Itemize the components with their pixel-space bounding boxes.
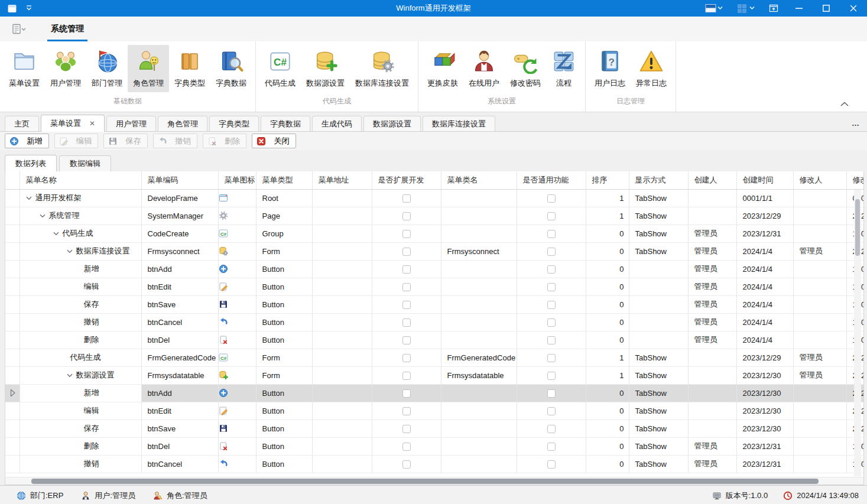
doc-tab-主页[interactable]: 主页 — [5, 116, 39, 131]
checkbox-extended-dev[interactable] — [402, 460, 411, 469]
pin-ribbon-icon[interactable] — [762, 0, 785, 17]
minimize-button[interactable] — [785, 0, 813, 17]
checkbox-common-function[interactable] — [547, 194, 556, 203]
checkbox-common-function[interactable] — [547, 372, 556, 380]
horizontal-scrollbar-thumb[interactable] — [31, 479, 819, 484]
doc-tab-字典数据[interactable]: 字典数据 — [261, 116, 310, 131]
checkbox-common-function[interactable] — [547, 336, 556, 344]
table-row[interactable]: 数据源设置FrmsysdatatableFormFrmsysdatatable1… — [5, 366, 863, 384]
checkbox-common-function[interactable] — [547, 407, 556, 415]
ribbon-tab-system-manage[interactable]: 系统管理 — [47, 17, 87, 41]
checkbox-extended-dev[interactable] — [402, 301, 411, 309]
ribbon-item-skin[interactable]: 更换皮肤 — [422, 45, 463, 92]
save-button[interactable]: 保存 — [103, 134, 148, 148]
checkbox-extended-dev[interactable] — [402, 265, 411, 274]
table-row[interactable]: 新增btnAddButton0管理员2024/1/4190 — [5, 260, 863, 278]
ribbon-item-password[interactable]: 修改密码 — [505, 45, 546, 92]
table-row[interactable]: 编辑btnEditButton0管理员2024/1/4190 — [5, 278, 863, 295]
tab-close-icon[interactable]: ✕ — [89, 120, 95, 127]
doc-tab-生成代码[interactable]: 生成代码 — [312, 116, 362, 131]
column-header-5[interactable]: 是否扩展开发 — [372, 171, 441, 189]
skin-selector-button[interactable] — [698, 0, 730, 17]
table-row[interactable]: 撤销btnCancelButton0TabShow管理员2023/12/3119… — [5, 455, 863, 473]
checkbox-common-function[interactable] — [547, 301, 556, 309]
checkbox-common-function[interactable] — [547, 443, 556, 451]
checkbox-common-function[interactable] — [547, 230, 556, 238]
checkbox-extended-dev[interactable] — [402, 318, 411, 327]
doc-tab-角色管理[interactable]: 角色管理 — [158, 116, 207, 131]
doc-tab-数据源设置[interactable]: 数据源设置 — [363, 116, 421, 131]
checkbox-extended-dev[interactable] — [402, 443, 411, 451]
expander-icon[interactable] — [67, 249, 73, 253]
checkbox-extended-dev[interactable] — [402, 425, 411, 433]
checkbox-common-function[interactable] — [547, 460, 556, 469]
undo-button[interactable]: 撤销 — [153, 134, 197, 148]
checkbox-common-function[interactable] — [547, 425, 556, 433]
ribbon-item-role-mask[interactable]: 角色管理 — [128, 45, 169, 92]
table-row[interactable]: 系统管理SystemManagerPage1TabShow2023/12/292… — [5, 207, 863, 225]
ribbon-item-books[interactable]: 字典类型 — [169, 45, 210, 92]
column-header-9[interactable]: 显示方式 — [629, 171, 688, 189]
ribbon-item-warning[interactable]: 异常日志 — [631, 45, 672, 92]
doc-tab-菜单设置[interactable]: 菜单设置✕ — [41, 115, 105, 132]
ribbon-item-db-gear[interactable]: 数据库连接设置 — [350, 45, 414, 92]
table-row[interactable]: 通用开发框架DevelopFrameRoot1TabShow0001/1/100… — [5, 189, 863, 207]
maximize-button[interactable] — [813, 0, 840, 17]
table-row[interactable]: 编辑btnEditButton0TabShow2023/12/30202 — [5, 402, 863, 420]
ribbon-item-csharp[interactable]: C#代码生成 — [259, 45, 301, 92]
view-tab-数据编辑[interactable]: 数据编辑 — [59, 155, 111, 171]
tab-overflow-button[interactable]: … — [852, 119, 860, 128]
ribbon-collapse-icon[interactable] — [840, 101, 849, 107]
del-button[interactable]: 删除 — [203, 134, 247, 148]
close-button[interactable]: 关闭 — [252, 134, 296, 148]
doc-tab-字典类型[interactable]: 字典类型 — [209, 116, 259, 131]
ribbon-item-book-search[interactable]: 字典数据 — [210, 45, 252, 92]
checkbox-common-function[interactable] — [547, 212, 556, 220]
checkbox-extended-dev[interactable] — [402, 354, 411, 362]
column-header-3[interactable]: 菜单类型 — [256, 171, 312, 189]
checkbox-common-function[interactable] — [547, 248, 556, 256]
checkbox-common-function[interactable] — [547, 283, 556, 291]
checkbox-extended-dev[interactable] — [402, 230, 411, 238]
edit-button[interactable]: 编辑 — [54, 134, 99, 148]
checkbox-extended-dev[interactable] — [402, 212, 411, 220]
column-header-6[interactable]: 菜单类名 — [441, 171, 517, 189]
column-header-7[interactable]: 是否通用功能 — [517, 171, 586, 189]
expander-icon[interactable] — [40, 214, 46, 218]
checkbox-extended-dev[interactable] — [402, 389, 411, 398]
checkbox-extended-dev[interactable] — [402, 194, 411, 203]
column-header-1[interactable]: 菜单编码 — [141, 171, 218, 189]
quick-access-dropdown-icon[interactable] — [25, 5, 33, 11]
checkbox-common-function[interactable] — [547, 318, 556, 327]
checkbox-extended-dev[interactable] — [402, 336, 411, 344]
doc-tab-用户管理[interactable]: 用户管理 — [106, 116, 156, 131]
table-row[interactable]: 代码生成FrmGeneratedCodeC#FormFrmGeneratedCo… — [5, 349, 863, 366]
vertical-scrollbar[interactable] — [854, 190, 861, 476]
doc-tab-数据库连接设置[interactable]: 数据库连接设置 — [423, 116, 495, 131]
ribbon-item-flow[interactable]: 流程 — [546, 45, 582, 92]
column-header-10[interactable]: 创建人 — [688, 171, 736, 189]
checkbox-common-function[interactable] — [547, 354, 556, 362]
ribbon-item-folder[interactable]: 菜单设置 — [4, 45, 45, 92]
table-row[interactable]: 数据库连接设置FrmsysconnectFormFrmsysconnect0Ta… — [5, 242, 863, 260]
checkbox-extended-dev[interactable] — [402, 407, 411, 415]
horizontal-scrollbar[interactable] — [5, 477, 863, 485]
view-tab-数据列表[interactable]: 数据列表 — [5, 155, 57, 172]
table-row[interactable]: 保存btnSaveButton0TabShow2023/12/30202 — [5, 420, 863, 437]
table-row[interactable]: 保存btnSaveButton0管理员2024/1/4190 — [5, 295, 863, 313]
checkbox-extended-dev[interactable] — [402, 283, 411, 291]
table-row[interactable]: 新增btnAddButton0TabShow2023/12/30202 — [5, 384, 863, 402]
vertical-scrollbar-thumb[interactable] — [855, 199, 860, 256]
expander-icon[interactable] — [67, 373, 73, 378]
checkbox-common-function[interactable] — [547, 265, 556, 274]
expander-icon[interactable] — [26, 196, 32, 200]
add-button[interactable]: 新增 — [5, 134, 49, 148]
checkbox-extended-dev[interactable] — [402, 248, 411, 256]
ribbon-item-globe-flag[interactable]: 部门管理 — [86, 45, 128, 92]
column-header-2[interactable]: 菜单图标 — [218, 171, 256, 189]
ribbon-item-online-user[interactable]: 在线用户 — [463, 45, 505, 92]
column-header-8[interactable]: 排序 — [586, 171, 629, 189]
table-row[interactable]: 代码生成CodeCreateC#Group0TabShow管理员2023/12/… — [5, 225, 863, 242]
table-row[interactable]: 删除btnDelButton0TabShow管理员2023/12/31190 — [5, 437, 863, 455]
column-header-11[interactable]: 创建时间 — [736, 171, 793, 189]
